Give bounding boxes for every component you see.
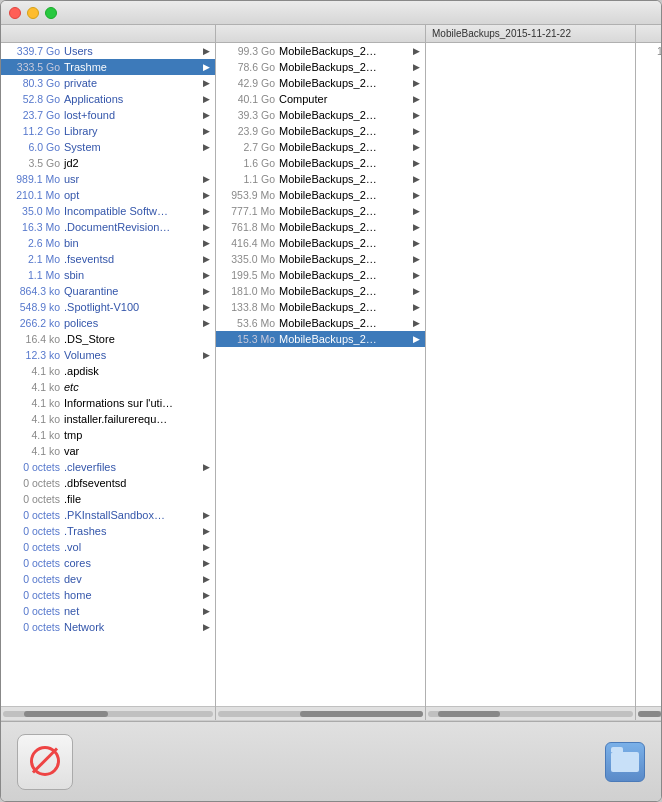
list-item[interactable]: 80.3 Goprivate▶ bbox=[1, 75, 215, 91]
list-item[interactable]: 4.1 kovar bbox=[1, 443, 215, 459]
list-item[interactable]: 2.1 Mo.fseventsd▶ bbox=[1, 251, 215, 267]
column-computer-body[interactable]: 15.3 Mo Computer ▶ bbox=[636, 43, 661, 706]
list-item[interactable]: 989.1 Mousr▶ bbox=[1, 171, 215, 187]
reveal-in-finder-button[interactable] bbox=[605, 742, 645, 782]
list-item[interactable]: 2.7 GoMobileBackups_2…▶ bbox=[216, 139, 425, 155]
column-trashme-body[interactable]: 99.3 GoMobileBackups_2…▶78.6 GoMobileBac… bbox=[216, 43, 425, 706]
delete-button[interactable] bbox=[17, 734, 73, 790]
item-arrow: ▶ bbox=[201, 142, 211, 152]
list-item[interactable]: 416.4 MoMobileBackups_2…▶ bbox=[216, 235, 425, 251]
list-item[interactable]: 0 octetscores▶ bbox=[1, 555, 215, 571]
list-item[interactable]: 548.9 ko.Spotlight-V100▶ bbox=[1, 299, 215, 315]
item-arrow: ▶ bbox=[201, 238, 211, 248]
item-size: 0 octets bbox=[5, 589, 60, 601]
item-name: Users bbox=[60, 45, 201, 57]
list-item[interactable]: 266.2 kopolices▶ bbox=[1, 315, 215, 331]
list-item[interactable]: 0 octetsdev▶ bbox=[1, 571, 215, 587]
item-size: 548.9 ko bbox=[5, 301, 60, 313]
trashme-scrollbar[interactable] bbox=[216, 706, 425, 720]
list-item[interactable]: 0 octets.dbfseventsd bbox=[1, 475, 215, 491]
list-item[interactable]: 53.6 MoMobileBackups_2…▶ bbox=[216, 315, 425, 331]
item-size: 2.6 Mo bbox=[5, 237, 60, 249]
list-item[interactable]: 4.1 koinstaller.failurerequ… bbox=[1, 411, 215, 427]
list-item[interactable]: 0 octets.file bbox=[1, 491, 215, 507]
list-item[interactable]: 0 octetsNetwork▶ bbox=[1, 619, 215, 635]
list-item[interactable]: 3.5 Gojd2 bbox=[1, 155, 215, 171]
item-size: 335.0 Mo bbox=[220, 253, 275, 265]
list-item[interactable]: 0 octets.Trashes▶ bbox=[1, 523, 215, 539]
list-item[interactable]: 0 octets.PKInstallSandbox…▶ bbox=[1, 507, 215, 523]
list-item[interactable]: 12.3 koVolumes▶ bbox=[1, 347, 215, 363]
list-item[interactable]: 4.1 koInformations sur l'uti… bbox=[1, 395, 215, 411]
list-item[interactable]: 4.1 kotmp bbox=[1, 427, 215, 443]
item-size: 0 octets bbox=[5, 525, 60, 537]
list-item[interactable]: 0 octets.cleverfiles▶ bbox=[1, 459, 215, 475]
item-name: MobileBackups_2… bbox=[275, 125, 411, 137]
list-item[interactable]: 99.3 GoMobileBackups_2…▶ bbox=[216, 43, 425, 59]
list-item[interactable]: 133.8 MoMobileBackups_2…▶ bbox=[216, 299, 425, 315]
list-item[interactable]: 23.9 GoMobileBackups_2…▶ bbox=[216, 123, 425, 139]
item-size: 210.1 Mo bbox=[5, 189, 60, 201]
column-mobile: MobileBackups_2015-11-21-22 bbox=[426, 25, 636, 720]
list-item[interactable]: 1.1 Mosbin▶ bbox=[1, 267, 215, 283]
item-name: var bbox=[60, 445, 201, 457]
list-item[interactable]: 42.9 GoMobileBackups_2…▶ bbox=[216, 75, 425, 91]
list-item[interactable]: 953.9 MoMobileBackups_2…▶ bbox=[216, 187, 425, 203]
item-arrow: ▶ bbox=[201, 286, 211, 296]
list-item[interactable]: 6.0 GoSystem▶ bbox=[1, 139, 215, 155]
list-item[interactable]: 40.1 GoComputer▶ bbox=[216, 91, 425, 107]
list-item[interactable]: 15.3 Mo Computer ▶ bbox=[636, 43, 661, 59]
list-item[interactable]: 333.5 GoTrashme▶ bbox=[1, 59, 215, 75]
maximize-button[interactable] bbox=[45, 7, 57, 19]
list-item[interactable]: 4.1 koetc bbox=[1, 379, 215, 395]
item-size: 864.3 ko bbox=[5, 285, 60, 297]
close-button[interactable] bbox=[9, 7, 21, 19]
mobile-scrollbar[interactable] bbox=[426, 706, 635, 720]
list-item[interactable]: 864.3 koQuarantine▶ bbox=[1, 283, 215, 299]
list-item[interactable]: 16.3 Mo.DocumentRevision…▶ bbox=[1, 219, 215, 235]
item-arrow: ▶ bbox=[411, 174, 421, 184]
list-item[interactable]: 335.0 MoMobileBackups_2…▶ bbox=[216, 251, 425, 267]
list-item[interactable]: 11.2 GoLibrary▶ bbox=[1, 123, 215, 139]
item-name: bin bbox=[60, 237, 201, 249]
item-name: .Spotlight-V100 bbox=[60, 301, 201, 313]
minimize-button[interactable] bbox=[27, 7, 39, 19]
list-item[interactable]: 339.7 GoUsers▶ bbox=[1, 43, 215, 59]
list-item[interactable]: 39.3 GoMobileBackups_2…▶ bbox=[216, 107, 425, 123]
list-item[interactable]: 0 octetshome▶ bbox=[1, 587, 215, 603]
list-item[interactable]: 52.8 GoApplications▶ bbox=[1, 91, 215, 107]
list-item[interactable]: 1.1 GoMobileBackups_2…▶ bbox=[216, 171, 425, 187]
item-size: 23.9 Go bbox=[220, 125, 275, 137]
list-item[interactable]: 210.1 Moopt▶ bbox=[1, 187, 215, 203]
list-item[interactable]: 15.3 MoMobileBackups_2…▶ bbox=[216, 331, 425, 347]
column-mobile-body[interactable] bbox=[426, 43, 635, 706]
item-size: 4.1 ko bbox=[5, 429, 60, 441]
computer-scrollbar[interactable] bbox=[636, 706, 661, 720]
list-item[interactable]: 78.6 GoMobileBackups_2…▶ bbox=[216, 59, 425, 75]
item-arrow: ▶ bbox=[201, 270, 211, 280]
item-arrow: ▶ bbox=[201, 542, 211, 552]
item-size: 3.5 Go bbox=[5, 157, 60, 169]
list-item[interactable]: 777.1 MoMobileBackups_2…▶ bbox=[216, 203, 425, 219]
list-item[interactable]: 2.6 Mobin▶ bbox=[1, 235, 215, 251]
item-arrow: ▶ bbox=[201, 78, 211, 88]
list-item[interactable]: 199.5 MoMobileBackups_2…▶ bbox=[216, 267, 425, 283]
item-arrow: ▶ bbox=[411, 126, 421, 136]
list-item[interactable]: 0 octets.vol▶ bbox=[1, 539, 215, 555]
list-item[interactable]: 181.0 MoMobileBackups_2…▶ bbox=[216, 283, 425, 299]
list-item[interactable]: 761.8 MoMobileBackups_2…▶ bbox=[216, 219, 425, 235]
item-arrow: ▶ bbox=[411, 206, 421, 216]
list-item[interactable]: 23.7 Golost+found▶ bbox=[1, 107, 215, 123]
column-root-body[interactable]: 339.7 GoUsers▶333.5 GoTrashme▶80.3 Gopri… bbox=[1, 43, 215, 706]
list-item[interactable]: 35.0 MoIncompatible Softw…▶ bbox=[1, 203, 215, 219]
list-item[interactable]: 1.6 GoMobileBackups_2…▶ bbox=[216, 155, 425, 171]
item-arrow: ▶ bbox=[411, 334, 421, 344]
item-name: Applications bbox=[60, 93, 201, 105]
list-item[interactable]: 16.4 ko.DS_Store bbox=[1, 331, 215, 347]
root-scrollbar[interactable] bbox=[1, 706, 215, 720]
list-item[interactable]: 0 octetsnet▶ bbox=[1, 603, 215, 619]
item-name: usr bbox=[60, 173, 201, 185]
item-size: 52.8 Go bbox=[5, 93, 60, 105]
traffic-lights bbox=[9, 7, 57, 19]
list-item[interactable]: 4.1 ko.apdisk bbox=[1, 363, 215, 379]
